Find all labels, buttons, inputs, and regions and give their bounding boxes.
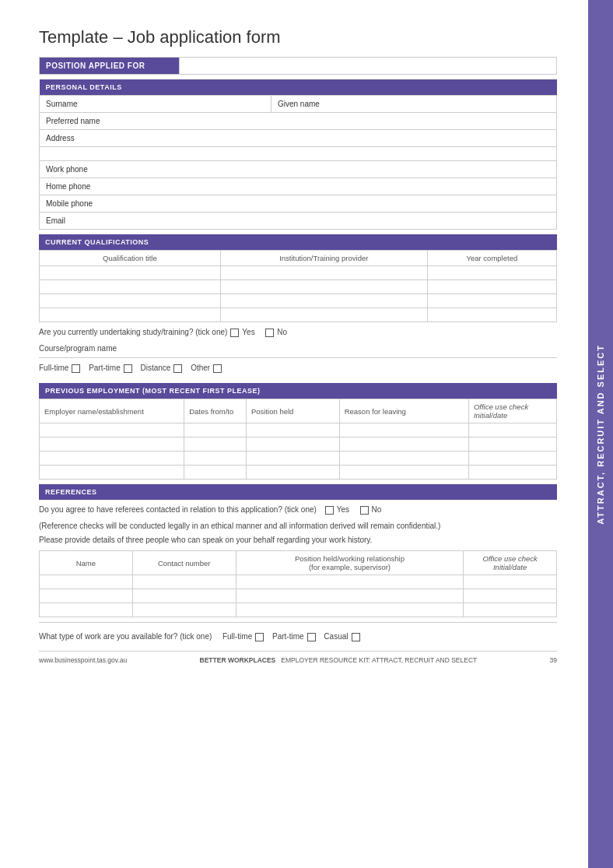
ref-row3-col3 bbox=[236, 603, 464, 617]
footer-website: www.businesspoint.tas.gov.au bbox=[39, 656, 127, 664]
fulltime-checkbox[interactable] bbox=[72, 364, 80, 373]
study-section: Are you currently undertaking study/trai… bbox=[39, 326, 557, 374]
work-type-row: What type of work are you available for?… bbox=[39, 631, 557, 643]
page-title: Template – Job application form bbox=[39, 27, 557, 47]
ref-row1-col1 bbox=[40, 575, 133, 589]
emp-row1-col5 bbox=[468, 423, 556, 438]
course-row: Course/program name bbox=[39, 343, 557, 358]
emp-row4-col2 bbox=[184, 466, 247, 480]
emp-row1-col4 bbox=[339, 423, 468, 438]
emp-col1: Employer name/establishment bbox=[40, 399, 184, 423]
ref-col4: Office use checkInitial/date bbox=[464, 551, 557, 575]
emp-row2-col5 bbox=[468, 438, 556, 452]
emp-row4-col5 bbox=[468, 466, 556, 480]
study-question-text: Are you currently undertaking study/trai… bbox=[39, 326, 227, 339]
other-label: Other bbox=[191, 362, 210, 374]
mobile-phone-label: Mobile phone bbox=[40, 195, 557, 213]
distance-label: Distance bbox=[140, 362, 170, 374]
emp-row3-col1 bbox=[40, 452, 184, 466]
yes-label: Yes bbox=[242, 326, 254, 339]
qual-row1-col1 bbox=[40, 266, 221, 280]
emp-row2-col1 bbox=[40, 438, 184, 452]
ref-row3-col4 bbox=[464, 603, 557, 617]
other-checkbox[interactable] bbox=[213, 364, 222, 373]
emp-col2: Dates from/to bbox=[184, 399, 247, 423]
emp-row3-col4 bbox=[339, 452, 468, 466]
work-fulltime-label: Full-time bbox=[222, 631, 252, 643]
work-parttime-checkbox[interactable] bbox=[307, 633, 316, 641]
qual-row2-col1 bbox=[40, 280, 221, 294]
surname-label: Surname bbox=[40, 96, 271, 113]
qual-col1: Qualification title bbox=[40, 251, 221, 266]
footer-brand: BETTER WORKPLACES bbox=[200, 656, 276, 664]
qual-row2-col2 bbox=[220, 280, 427, 294]
qual-row4-col2 bbox=[220, 308, 427, 322]
ref-no-label: No bbox=[372, 504, 382, 516]
ref-yes-checkbox[interactable] bbox=[325, 506, 334, 515]
no-label: No bbox=[277, 326, 287, 339]
qual-row3-col2 bbox=[220, 294, 427, 308]
qual-row1-col3 bbox=[427, 266, 556, 280]
emp-row1-col1 bbox=[40, 423, 184, 438]
agree-question-text: Do you agree to have referees contacted … bbox=[39, 504, 317, 516]
emp-row4-col3 bbox=[246, 466, 339, 480]
yes-checkbox[interactable] bbox=[230, 329, 239, 337]
ref-row1-col3 bbox=[236, 575, 464, 589]
home-phone-label: Home phone bbox=[40, 178, 557, 195]
work-question-text: What type of work are you available for?… bbox=[39, 631, 212, 643]
qual-col2: Institution/Training provider bbox=[220, 251, 427, 266]
position-header: POSITION APPLIED FOR bbox=[40, 58, 180, 75]
study-type-row: Full-time Part-time Distance Other bbox=[39, 362, 557, 374]
references-section: Do you agree to have referees contacted … bbox=[39, 504, 557, 546]
side-tab-label: ATTRACT, RECRUIT AND SELECT bbox=[596, 344, 605, 525]
emp-col3: Position held bbox=[246, 399, 339, 423]
address-extra-row bbox=[40, 147, 557, 161]
address-label: Address bbox=[40, 130, 557, 147]
work-parttime-label: Part-time bbox=[272, 631, 304, 643]
ref-row3-col1 bbox=[40, 603, 133, 617]
agree-question-row: Do you agree to have referees contacted … bbox=[39, 504, 557, 516]
fulltime-label: Full-time bbox=[39, 362, 68, 374]
work-casual-label: Casual bbox=[324, 631, 348, 643]
emp-row1-col2 bbox=[184, 423, 247, 438]
ref-row1-col4 bbox=[464, 575, 557, 589]
ref-row2-col1 bbox=[40, 589, 133, 603]
emp-row3-col2 bbox=[184, 452, 247, 466]
emp-row4-col4 bbox=[339, 466, 468, 480]
given-name-label: Given name bbox=[271, 96, 556, 113]
qual-row4-col1 bbox=[40, 308, 221, 322]
emp-row2-col4 bbox=[339, 438, 468, 452]
qual-col3: Year completed bbox=[427, 251, 556, 266]
course-label: Course/program name bbox=[39, 344, 117, 353]
ref-col1: Name bbox=[40, 551, 133, 575]
work-casual-checkbox[interactable] bbox=[352, 633, 360, 641]
no-checkbox[interactable] bbox=[265, 329, 274, 337]
qual-row3-col1 bbox=[40, 294, 221, 308]
ref-row2-col2 bbox=[132, 589, 236, 603]
qual-row4-col3 bbox=[427, 308, 556, 322]
ref-no-checkbox[interactable] bbox=[360, 506, 369, 515]
qual-row2-col3 bbox=[427, 280, 556, 294]
emp-row3-col5 bbox=[468, 452, 556, 466]
personal-details-section: PERSONAL DETAILS Surname Given name Pref… bbox=[39, 79, 557, 230]
emp-row4-col1 bbox=[40, 466, 184, 480]
ref-row2-col3 bbox=[236, 589, 464, 603]
footer-center: BETTER WORKPLACES EMPLOYER RESOURCE KIT:… bbox=[127, 656, 549, 664]
page-footer: www.businesspoint.tas.gov.au BETTER WORK… bbox=[39, 651, 557, 664]
main-content: Template – Job application form POSITION… bbox=[0, 0, 588, 868]
parttime-label: Part-time bbox=[89, 362, 121, 374]
distance-checkbox[interactable] bbox=[173, 364, 182, 373]
emp-row2-col2 bbox=[184, 438, 247, 452]
emp-row1-col3 bbox=[246, 423, 339, 438]
work-fulltime-checkbox[interactable] bbox=[255, 633, 264, 641]
work-type-section: What type of work are you available for?… bbox=[39, 622, 557, 643]
ref-row2-col4 bbox=[464, 589, 557, 603]
qualifications-table: Qualification title Institution/Training… bbox=[39, 250, 557, 322]
study-question-row: Are you currently undertaking study/trai… bbox=[39, 326, 557, 339]
parttime-checkbox[interactable] bbox=[124, 364, 132, 373]
qual-row1-col2 bbox=[220, 266, 427, 280]
references-table: Name Contact number Position held/workin… bbox=[39, 550, 557, 617]
ref-note2: Please provide details of three people w… bbox=[39, 534, 557, 546]
references-header: REFERENCES bbox=[39, 484, 557, 500]
position-section: POSITION APPLIED FOR bbox=[39, 57, 557, 75]
